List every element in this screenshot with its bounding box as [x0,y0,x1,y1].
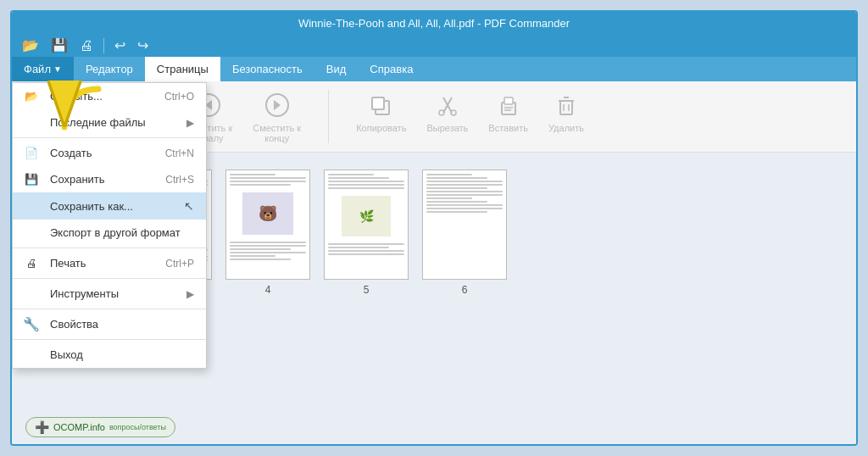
file-dropdown-menu: 📂 Открыть... Ctrl+O Последние файлы ▶ 📄 … [12,82,207,369]
svg-rect-8 [372,97,384,109]
delete-icon [551,90,581,120]
new-doc-icon: 📄 [21,143,42,164]
tools-submenu-arrow-icon: ▶ [186,288,194,300]
watermark-subtext: вопросы/ответы [109,423,166,431]
menu-item-view[interactable]: Вид [314,57,359,81]
toolbar-separator [103,38,104,53]
dropdown-arrow-icon: ▼ [53,64,62,74]
menu-exit[interactable]: Выход [13,342,206,368]
thumb-image-5: 🌿 [324,170,409,280]
menu-new[interactable]: 📄 Создать Ctrl+N [13,140,206,166]
menu-tools[interactable]: Инструменты ▶ [13,281,206,307]
cut-icon [432,90,463,120]
thumb-image-4: 🐻 [225,170,310,280]
menu-item-help[interactable]: Справка [358,57,425,81]
paste-button[interactable]: Вставить [481,86,535,136]
menu-export[interactable]: Экспорт в другой формат [13,220,206,246]
properties-icon: 🔧 [21,314,42,335]
thumb-image-6 [422,170,507,280]
menu-bar-container: Файл ▼ Редактор Страницы Безопасность Ви… [12,57,856,81]
page-number-4: 4 [265,284,271,296]
svg-rect-14 [504,97,513,104]
menu-item-security[interactable]: Безопасность [220,57,314,81]
menu-properties[interactable]: 🔧 Свойства [13,311,206,337]
open-icon: 📂 [21,86,42,107]
ribbon-group-clipboard: Копировать Вырезать [349,86,591,136]
undo-button[interactable]: ↩ [111,37,129,54]
menu-item-file[interactable]: Файл ▼ [12,57,74,81]
page-thumb-4[interactable]: 🐻 4 [225,170,310,296]
svg-marker-6 [274,100,281,110]
app-window: Winnie-The-Pooh and All, All, All.pdf - … [10,10,858,446]
quick-toolbar: 📂 💾 🖨 ↩ ↪ [12,35,856,57]
copy-icon [366,90,397,120]
menu-item-editor[interactable]: Редактор [74,57,145,81]
title-text: Winnie-The-Pooh and All, All, All.pdf - … [298,17,570,30]
page-number-6: 6 [462,284,468,296]
menu-save[interactable]: 💾 Сохранить Ctrl+S [13,166,206,192]
open-folder-button[interactable]: 📂 [19,37,42,54]
watermark-icon: ➕ [35,420,49,434]
separator-1 [13,137,206,138]
move-end-icon [262,90,292,120]
menu-bar: Файл ▼ Редактор Страницы Безопасность Ви… [12,57,856,81]
copy-button[interactable]: Копировать [349,86,413,136]
ribbon-separator-2 [328,90,329,143]
cursor-icon: ↖ [184,199,194,213]
separator-5 [13,339,206,340]
title-bar: Winnie-The-Pooh and All, All, All.pdf - … [12,12,856,35]
menu-open[interactable]: 📂 Открыть... Ctrl+O [13,83,206,109]
separator-4 [13,309,206,309]
separator-3 [13,278,206,279]
page-number-5: 5 [364,284,370,296]
svg-rect-17 [560,101,572,114]
menu-item-pages[interactable]: Страницы [145,57,220,81]
cut-button[interactable]: Вырезать [420,86,475,136]
watermark-text: OCOMP.info [53,422,105,432]
submenu-arrow-icon: ▶ [186,117,194,129]
separator-2 [13,247,206,248]
print-doc-icon: 🖨 [21,253,42,274]
move-end-button[interactable]: Сместить к концу [246,86,308,147]
page-thumb-5[interactable]: 🌿 5 [324,170,409,296]
menu-recent[interactable]: Последние файлы ▶ [13,109,206,136]
print-button[interactable]: 🖨 [76,37,97,54]
redo-button[interactable]: ↪ [134,37,152,54]
save-button[interactable]: 💾 [47,37,71,54]
watermark: ➕ OCOMP.info вопросы/ответы [25,417,175,437]
save-doc-icon: 💾 [21,170,42,190]
delete-button[interactable]: Удалить [542,86,591,136]
menu-saveas[interactable]: Сохранить как... ↖ [13,192,206,220]
page-thumb-6[interactable]: 6 [422,170,507,296]
paste-icon [493,90,524,120]
menu-print[interactable]: 🖨 Печать Ctrl+P [13,250,206,276]
